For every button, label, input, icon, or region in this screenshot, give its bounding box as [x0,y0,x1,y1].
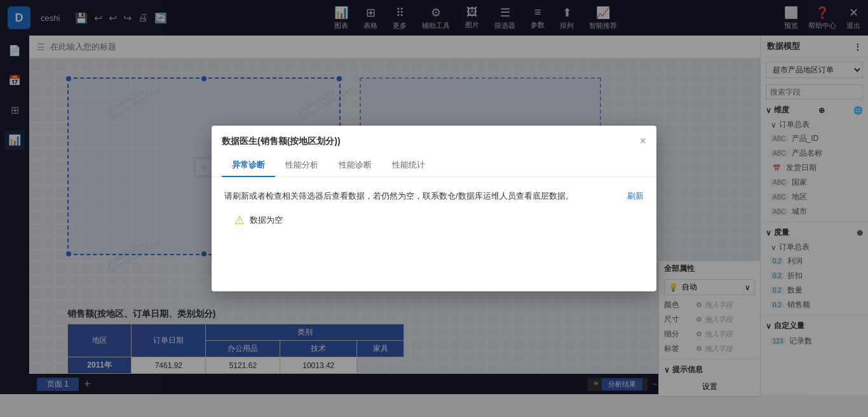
modal-body: 请刷新或者检查相关筛选器后查看数据，若仍然为空，联系数仓/数据库运维人员查看底层… [212,177,656,291]
modal-title: 数据医生(销售额(按地区划分)) [222,136,341,147]
modal-header: 数据医生(销售额(按地区划分)) × [212,126,656,148]
modal-message-text: 请刷新或者检查相关筛选器后查看数据，若仍然为空，联系数仓/数据库运维人员查看底层… [224,190,617,203]
tab-perf-analysis[interactable]: 性能分析 [275,154,329,177]
data-empty-label: 数据为空 [250,215,283,226]
data-empty-indicator: ⚠ 数据为空 [234,213,644,227]
modal-dialog: 数据医生(销售额(按地区划分)) × 异常诊断 性能分析 性能诊断 性能统计 请… [212,126,656,291]
tab-anomaly[interactable]: 异常诊断 [222,154,275,177]
modal-refresh-link[interactable]: 刷新 [627,190,644,203]
modal-overlay: 数据医生(销售额(按地区划分)) × 异常诊断 性能分析 性能诊断 性能统计 请… [0,0,868,417]
modal-message: 请刷新或者检查相关筛选器后查看数据，若仍然为空，联系数仓/数据库运维人员查看底层… [224,190,644,203]
modal-close-button[interactable]: × [639,135,646,148]
tab-perf-diag[interactable]: 性能诊断 [329,154,382,177]
modal-tabs: 异常诊断 性能分析 性能诊断 性能统计 [212,154,656,177]
tab-perf-stats[interactable]: 性能统计 [382,154,435,177]
warning-icon: ⚠ [234,213,245,227]
